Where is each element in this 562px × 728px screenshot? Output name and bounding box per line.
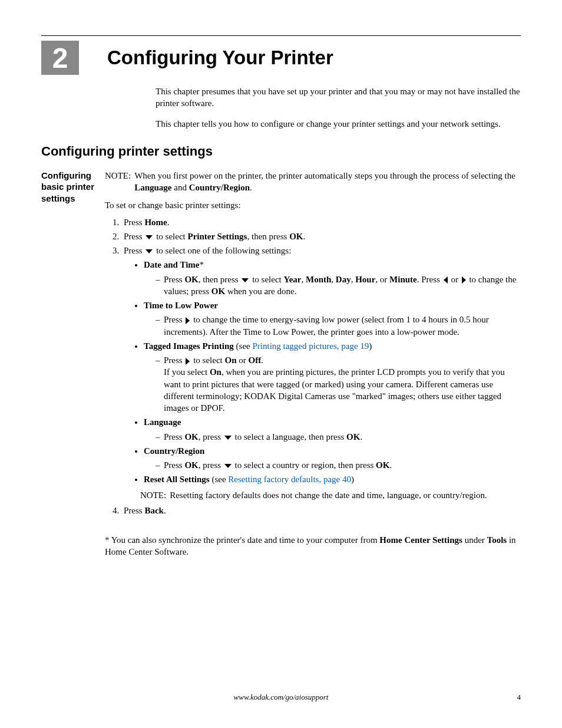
text: ) bbox=[351, 475, 354, 484]
text: to select bbox=[191, 355, 224, 365]
text: . Press bbox=[417, 275, 442, 284]
steps-list: Press Home. Press to select Printer Sett… bbox=[105, 216, 521, 517]
reset-bold: Reset All Settings bbox=[144, 475, 210, 484]
ok-bold: OK bbox=[184, 432, 198, 442]
step-1: Press Home. bbox=[121, 216, 521, 228]
ok-bold: OK bbox=[184, 460, 198, 470]
arrow-left-icon bbox=[444, 276, 448, 284]
arrow-down-icon bbox=[242, 278, 249, 282]
language-detail: Press OK, press to select a language, th… bbox=[156, 431, 521, 443]
text: , or bbox=[375, 275, 389, 284]
sidehead: Configuring basic printer settings bbox=[41, 170, 105, 205]
link-resetting-defaults[interactable]: Resetting factory defaults, page 40 bbox=[228, 475, 351, 484]
arrow-right-icon bbox=[186, 358, 190, 365]
text: . bbox=[250, 183, 252, 192]
text: . bbox=[167, 218, 170, 227]
text: , press bbox=[199, 432, 223, 442]
note-label: NOTE: bbox=[105, 170, 134, 194]
note-reset: NOTE: Resetting factory defaults does no… bbox=[140, 489, 521, 501]
text: Press bbox=[124, 246, 144, 255]
day-bold: Day bbox=[336, 275, 351, 284]
country-detail: Press OK, press to select a country or r… bbox=[156, 459, 521, 471]
item-reset: Reset All Settings (see Resetting factor… bbox=[144, 473, 521, 485]
text: to select bbox=[154, 232, 187, 241]
step-3: Press to select one of the following set… bbox=[121, 245, 521, 501]
page-footer: www.kodak.com/go/aiosupport 4 bbox=[41, 693, 521, 702]
text: You can also synchronize the printer's d… bbox=[110, 535, 380, 545]
item-country: Country/Region Press OK, press to select… bbox=[144, 445, 521, 472]
text: to select one of the following settings: bbox=[154, 246, 291, 255]
date-time-detail: Press OK, then press to select Year, Mon… bbox=[156, 274, 521, 298]
link-printing-tagged[interactable]: Printing tagged pictures, page 19 bbox=[252, 341, 369, 351]
arrow-down-icon bbox=[224, 464, 232, 468]
chapter-title: Configuring Your Printer bbox=[107, 41, 333, 69]
text: Press bbox=[164, 432, 184, 442]
text: If you select bbox=[164, 367, 210, 377]
note-text: When you first power on the printer, the… bbox=[134, 170, 521, 194]
text: . bbox=[389, 460, 392, 470]
back-bold: Back bbox=[144, 506, 164, 515]
text: Press bbox=[164, 315, 184, 324]
body-column: NOTE: When you first power on the printe… bbox=[105, 170, 521, 563]
text: to select a language, then press bbox=[233, 432, 346, 442]
text: (see bbox=[210, 475, 229, 484]
country-bold: Country/Region bbox=[144, 446, 204, 456]
text: to select a country or region, then pres… bbox=[233, 460, 376, 470]
home-center-settings-bold: Home Center Settings bbox=[379, 535, 462, 545]
text: , bbox=[302, 275, 306, 284]
star: * bbox=[105, 535, 110, 545]
text: (see bbox=[234, 341, 253, 351]
arrow-down-icon bbox=[146, 249, 153, 253]
text: . bbox=[164, 506, 166, 515]
ok-bold: OK bbox=[346, 432, 360, 442]
chapter-header: 2 Configuring Your Printer bbox=[41, 41, 521, 75]
settings-bullets: Date and Time* Press OK, then press to s… bbox=[124, 259, 521, 485]
text: . bbox=[261, 355, 263, 365]
text: Press bbox=[124, 218, 144, 227]
low-power-detail: Press to change the time to energy-savin… bbox=[156, 314, 521, 338]
text: to select bbox=[250, 275, 283, 284]
tools-bold: Tools bbox=[487, 535, 507, 545]
text: When you first power on the printer, the… bbox=[134, 171, 515, 180]
note-text: Resetting factory defaults does not chan… bbox=[170, 489, 521, 501]
ok-bold: OK bbox=[211, 286, 225, 296]
item-language: Language Press OK, press to select a lan… bbox=[144, 416, 521, 443]
ok-bold: OK bbox=[184, 275, 198, 284]
home-bold: Home bbox=[144, 218, 167, 227]
year-bold: Year bbox=[284, 275, 302, 284]
arrow-right-icon bbox=[462, 276, 466, 284]
minute-bold: Minute bbox=[389, 275, 417, 284]
text: ) bbox=[369, 341, 372, 351]
language-bold: Language bbox=[134, 183, 171, 192]
language-bold: Language bbox=[144, 417, 181, 427]
footer-page-number: 4 bbox=[517, 693, 521, 702]
footnote: * You can also synchronize the printer's… bbox=[105, 534, 521, 558]
step-2: Press to select Printer Settings, then p… bbox=[121, 230, 521, 242]
item-low-power: Time to Low Power Press to change the ti… bbox=[144, 299, 521, 338]
text: , bbox=[331, 275, 336, 284]
top-rule bbox=[41, 35, 521, 36]
text: under bbox=[462, 535, 487, 545]
text: , then press bbox=[247, 232, 289, 241]
chapter-number-box: 2 bbox=[41, 41, 79, 75]
star: * bbox=[199, 260, 204, 269]
lead-sentence: To set or change basic printer settings: bbox=[105, 199, 521, 211]
text: . bbox=[360, 432, 362, 442]
low-power-bold: Time to Low Power bbox=[144, 301, 218, 310]
text: when you are done. bbox=[225, 286, 296, 296]
text: or bbox=[237, 355, 249, 365]
arrow-right-icon bbox=[186, 317, 190, 324]
arrow-down-icon bbox=[224, 436, 232, 440]
section-heading: Configuring printer settings bbox=[41, 144, 521, 159]
month-bold: Month bbox=[306, 275, 331, 284]
tagged-bold: Tagged Images Printing bbox=[144, 341, 234, 351]
ok-bold: OK bbox=[289, 232, 303, 241]
text: to change the time to energy-saving low … bbox=[164, 315, 489, 336]
text: and bbox=[172, 183, 189, 192]
step-4: Press Back. bbox=[121, 505, 521, 516]
hour-bold: Hour bbox=[355, 275, 375, 284]
intro-paragraph-1: This chapter presumes that you have set … bbox=[156, 85, 521, 110]
date-time-bold: Date and Time bbox=[144, 260, 199, 269]
text: . bbox=[303, 232, 305, 241]
text: Press bbox=[164, 460, 184, 470]
